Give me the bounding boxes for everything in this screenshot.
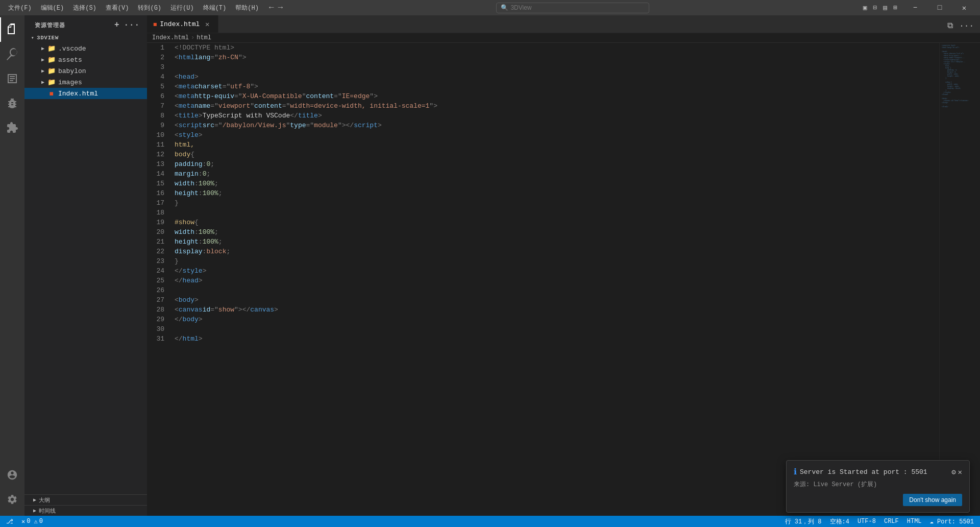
folder-icon: 📁 — [47, 78, 56, 87]
code-content[interactable]: <!DOCTYPE html> <html lang="zh-CN"> <hea… — [173, 43, 939, 516]
notification-header: ℹ Server is Started at port : 5501 ⚙ ✕ — [794, 467, 962, 477]
breadcrumb-node[interactable]: html — [197, 34, 211, 41]
notification-settings-icon[interactable]: ⚙ — [951, 468, 955, 476]
activity-explorer[interactable] — [0, 17, 24, 42]
folder-icon: 📁 — [47, 55, 56, 64]
code-line — [175, 324, 937, 334]
error-count: 0 — [27, 518, 30, 525]
menu-goto[interactable]: 转到(G) — [134, 3, 165, 13]
code-line: height: 100%; — [175, 237, 937, 247]
more-actions-icon[interactable]: ··· — [957, 19, 976, 33]
status-spaces[interactable]: 空格:4 — [828, 516, 851, 527]
menu-select[interactable]: 选择(S) — [69, 3, 101, 13]
menu-help[interactable]: 帮助(H) — [231, 3, 263, 13]
breadcrumb-separator: › — [191, 34, 194, 41]
nav-forward-button[interactable]: → — [276, 1, 285, 14]
activity-account[interactable] — [0, 463, 24, 487]
tree-item-assets[interactable]: ▶ 📁 assets — [24, 54, 147, 65]
status-position[interactable]: 行 31，列 8 — [783, 516, 824, 527]
html-file-icon: ◼ — [47, 89, 56, 98]
sidebar-outline[interactable]: ▶ 大纲 — [24, 494, 147, 505]
status-encoding[interactable]: UTF-8 — [855, 516, 878, 527]
notification-popup: ℹ Server is Started at port : 5501 ⚙ ✕ 来… — [786, 460, 970, 513]
code-line: <canvas id="show"></canvas> — [175, 305, 937, 315]
code-line: </head> — [175, 276, 937, 285]
status-language[interactable]: HTML — [905, 516, 924, 527]
minimap: <!DOCTYPE html> <html lang="zh-CN"> <hea… — [939, 43, 980, 516]
breadcrumb-file[interactable]: Index.html — [152, 34, 189, 41]
error-icon: ✕ — [21, 518, 25, 525]
git-branch-icon: ⎇ — [6, 518, 13, 525]
search-bar[interactable]: 🔍 — [496, 3, 649, 13]
notification-source: 来源: Live Server (扩展) — [794, 480, 962, 489]
status-branch[interactable]: ⎇ — [4, 516, 15, 527]
tree-item-index-html[interactable]: ▶ ◼ Index.html — [24, 88, 147, 99]
code-line: width: 100%; — [175, 227, 937, 237]
notification-close-icon[interactable]: ✕ — [958, 468, 962, 476]
code-line: <meta charset="utf-8"> — [175, 82, 937, 91]
sidebar-timeline[interactable]: ▶ 时间线 — [24, 505, 147, 516]
menu-bar: 文件(F) 编辑(E) 选择(S) 查看(V) 转到(G) 运行(U) 终端(T… — [4, 3, 263, 13]
tree-root-label: 3DVIEW — [37, 35, 59, 41]
tab-bar-actions: ⧉ ··· — [941, 19, 980, 33]
split-editor-icon[interactable]: ⧉ — [945, 19, 955, 33]
timeline-label: 时间线 — [39, 507, 56, 515]
code-editor[interactable]: 12345 678910 1112131415 1617181920 21222… — [147, 43, 980, 516]
code-line: } — [175, 198, 937, 208]
arrow-icon: ▶ — [31, 496, 39, 504]
sidebar-title: 资源管理器 — [35, 21, 65, 29]
arrow-icon: ▶ — [39, 56, 47, 64]
activity-bar — [0, 15, 24, 516]
arrow-icon: ▶ — [39, 78, 47, 86]
tab-close-button[interactable]: ✕ — [203, 19, 212, 29]
tree-item-babylon[interactable]: ▶ 📁 babylon — [24, 65, 147, 77]
arrow-icon: ▶ — [39, 67, 47, 75]
info-icon: ℹ — [794, 467, 797, 477]
close-button[interactable]: ✕ — [952, 0, 976, 15]
tree-root-3dview[interactable]: ▾ 3DVIEW — [24, 33, 147, 43]
menu-terminal[interactable]: 终端(T) — [199, 3, 231, 13]
notification-actions: Don't show again — [794, 494, 962, 506]
breadcrumb: Index.html › html — [147, 33, 980, 43]
code-line: body { — [175, 150, 937, 159]
sidebar-header: 资源管理器 + ··· — [24, 15, 147, 33]
menu-file[interactable]: 文件(F) — [4, 3, 36, 13]
search-input[interactable] — [510, 4, 645, 11]
menu-view[interactable]: 查看(V) — [102, 3, 133, 13]
layout-grid-icon[interactable]: ⊞ — [891, 3, 899, 13]
code-line: html, — [175, 140, 937, 150]
sidebar-new-file-icon[interactable]: + — [113, 19, 120, 31]
activity-extensions[interactable] — [0, 115, 24, 140]
status-language-value: HTML — [907, 518, 922, 525]
menu-run[interactable]: 运行(U) — [166, 3, 198, 13]
tree-item-images[interactable]: ▶ 📁 images — [24, 77, 147, 88]
layout-panel-icon[interactable]: ⊟ — [871, 3, 879, 13]
arrow-icon: ▶ — [31, 507, 39, 515]
menu-edit[interactable]: 编辑(E) — [37, 3, 68, 13]
activity-debug[interactable] — [0, 91, 24, 115]
activity-search[interactable] — [0, 42, 24, 66]
tree-item-label: images — [58, 79, 147, 86]
status-errors[interactable]: ✕ 0 ⚠ 0 — [19, 516, 45, 527]
code-line: margin: 0; — [175, 169, 937, 179]
minimize-button[interactable]: − — [903, 0, 927, 15]
activity-source-control[interactable] — [0, 66, 24, 91]
activity-settings[interactable] — [0, 487, 24, 512]
tree-item-vscode[interactable]: ▶ 📁 .vscode — [24, 43, 147, 54]
status-eol[interactable]: CRLF — [882, 516, 901, 527]
sidebar-more-icon[interactable]: ··· — [123, 19, 141, 31]
maximize-button[interactable]: □ — [928, 0, 951, 15]
sidebar-actions: + ··· — [113, 19, 141, 31]
notification-icons: ⚙ ✕ — [951, 468, 962, 476]
editor-area: ◼ Index.html ✕ ⧉ ··· Index.html › html 1… — [147, 15, 980, 516]
nav-back-button[interactable]: ← — [267, 1, 276, 14]
dont-show-again-button[interactable]: Don't show again — [903, 494, 962, 506]
code-line: <!DOCTYPE html> — [175, 43, 937, 53]
code-line: <title>TypeScript with VSCode</title> — [175, 111, 937, 121]
code-line — [175, 208, 937, 218]
tab-label: Index.html — [160, 20, 200, 28]
status-port[interactable]: ☁ Port: 5501 — [928, 516, 976, 527]
tab-index-html[interactable]: ◼ Index.html ✕ — [147, 15, 218, 33]
layout-sidebar-icon[interactable]: ▣ — [861, 3, 869, 13]
layout-split-icon[interactable]: ▤ — [881, 3, 889, 13]
